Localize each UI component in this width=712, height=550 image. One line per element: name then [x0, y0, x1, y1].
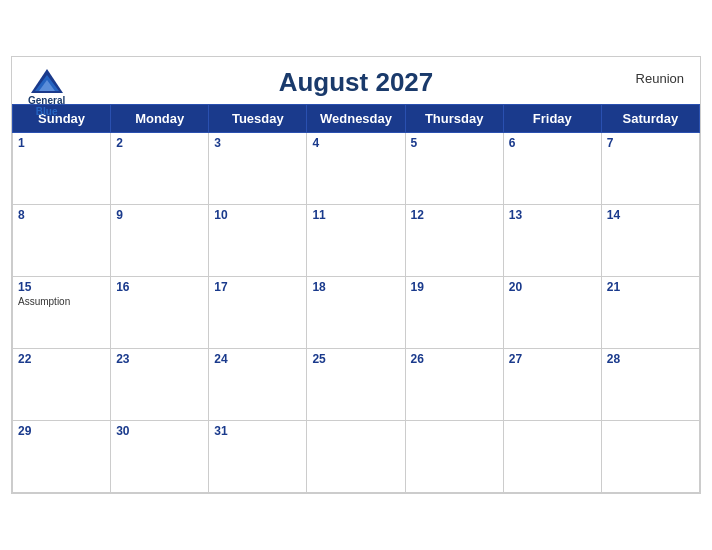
- calendar-day-cell: 28: [601, 349, 699, 421]
- calendar-container: General Blue August 2027 Reunion Sunday …: [11, 56, 701, 494]
- date-number: 19: [411, 280, 498, 294]
- date-number: 9: [116, 208, 203, 222]
- date-number: 26: [411, 352, 498, 366]
- calendar-day-cell: 29: [13, 421, 111, 493]
- calendar-day-cell: 4: [307, 133, 405, 205]
- date-number: 25: [312, 352, 399, 366]
- date-number: 27: [509, 352, 596, 366]
- calendar-day-cell: 26: [405, 349, 503, 421]
- calendar-title: August 2027: [279, 67, 434, 98]
- calendar-day-cell: 27: [503, 349, 601, 421]
- date-number: 7: [607, 136, 694, 150]
- calendar-day-cell: 11: [307, 205, 405, 277]
- calendar-day-cell: [503, 421, 601, 493]
- header-thursday: Thursday: [405, 105, 503, 133]
- calendar-day-cell: 14: [601, 205, 699, 277]
- date-number: 14: [607, 208, 694, 222]
- date-number: 12: [411, 208, 498, 222]
- calendar-day-cell: 17: [209, 277, 307, 349]
- calendar-week-row: 22232425262728: [13, 349, 700, 421]
- calendar-day-cell: 18: [307, 277, 405, 349]
- date-number: 2: [116, 136, 203, 150]
- logo-blue-text: Blue: [36, 106, 58, 117]
- calendar-week-row: 891011121314: [13, 205, 700, 277]
- calendar-day-cell: [405, 421, 503, 493]
- calendar-day-cell: 20: [503, 277, 601, 349]
- date-number: 22: [18, 352, 105, 366]
- date-number: 29: [18, 424, 105, 438]
- date-number: 5: [411, 136, 498, 150]
- calendar-day-cell: 16: [111, 277, 209, 349]
- date-number: 30: [116, 424, 203, 438]
- date-number: 16: [116, 280, 203, 294]
- calendar-day-cell: 22: [13, 349, 111, 421]
- calendar-header: General Blue August 2027 Reunion: [12, 57, 700, 104]
- calendar-day-cell: 21: [601, 277, 699, 349]
- calendar-day-cell: 1: [13, 133, 111, 205]
- header-monday: Monday: [111, 105, 209, 133]
- calendar-day-cell: [307, 421, 405, 493]
- date-number: 1: [18, 136, 105, 150]
- date-number: 28: [607, 352, 694, 366]
- date-number: 23: [116, 352, 203, 366]
- holiday-label: Assumption: [18, 296, 105, 307]
- calendar-day-cell: 12: [405, 205, 503, 277]
- calendar-day-cell: 3: [209, 133, 307, 205]
- region-label: Reunion: [636, 71, 684, 86]
- header-saturday: Saturday: [601, 105, 699, 133]
- date-number: 24: [214, 352, 301, 366]
- date-number: 13: [509, 208, 596, 222]
- date-number: 8: [18, 208, 105, 222]
- calendar-day-cell: 19: [405, 277, 503, 349]
- date-number: 18: [312, 280, 399, 294]
- calendar-body: 123456789101112131415Assumption161718192…: [13, 133, 700, 493]
- calendar-day-cell: 13: [503, 205, 601, 277]
- calendar-day-cell: 10: [209, 205, 307, 277]
- date-number: 31: [214, 424, 301, 438]
- header-wednesday: Wednesday: [307, 105, 405, 133]
- calendar-day-cell: 24: [209, 349, 307, 421]
- calendar-week-row: 15Assumption161718192021: [13, 277, 700, 349]
- date-number: 21: [607, 280, 694, 294]
- calendar-grid: Sunday Monday Tuesday Wednesday Thursday…: [12, 104, 700, 493]
- calendar-week-row: 293031: [13, 421, 700, 493]
- calendar-day-cell: [601, 421, 699, 493]
- date-number: 11: [312, 208, 399, 222]
- calendar-day-cell: 31: [209, 421, 307, 493]
- logo-icon: [29, 67, 65, 95]
- date-number: 15: [18, 280, 105, 294]
- calendar-day-cell: 2: [111, 133, 209, 205]
- calendar-week-row: 1234567: [13, 133, 700, 205]
- weekday-header-row: Sunday Monday Tuesday Wednesday Thursday…: [13, 105, 700, 133]
- calendar-day-cell: 9: [111, 205, 209, 277]
- calendar-day-cell: 7: [601, 133, 699, 205]
- date-number: 20: [509, 280, 596, 294]
- date-number: 10: [214, 208, 301, 222]
- date-number: 4: [312, 136, 399, 150]
- calendar-day-cell: 23: [111, 349, 209, 421]
- calendar-day-cell: 6: [503, 133, 601, 205]
- calendar-day-cell: 30: [111, 421, 209, 493]
- logo-general-text: General: [28, 95, 65, 106]
- logo-area: General Blue: [28, 67, 65, 117]
- header-friday: Friday: [503, 105, 601, 133]
- date-number: 3: [214, 136, 301, 150]
- calendar-day-cell: 25: [307, 349, 405, 421]
- header-tuesday: Tuesday: [209, 105, 307, 133]
- calendar-day-cell: 15Assumption: [13, 277, 111, 349]
- date-number: 6: [509, 136, 596, 150]
- calendar-day-cell: 8: [13, 205, 111, 277]
- calendar-day-cell: 5: [405, 133, 503, 205]
- date-number: 17: [214, 280, 301, 294]
